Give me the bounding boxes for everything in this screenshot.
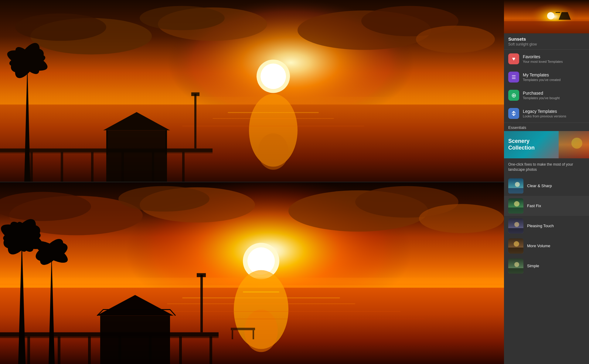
simple-name: Simple xyxy=(527,264,539,268)
svg-rect-28 xyxy=(61,152,63,182)
essentials-label: Essentials xyxy=(504,123,589,131)
svg-rect-92 xyxy=(508,228,523,234)
template-item-clear-sharp[interactable]: Clear & Sharp xyxy=(504,176,589,196)
svg-rect-69 xyxy=(88,337,91,364)
svg-rect-16 xyxy=(213,118,334,119)
legacy-title: Legacy Templates xyxy=(523,109,566,114)
svg-point-90 xyxy=(514,201,519,207)
sidebar-item-purchased[interactable]: ⊕ Purchased Templates you've bought xyxy=(504,86,589,104)
svg-rect-65 xyxy=(0,332,219,337)
svg-point-81 xyxy=(547,12,554,19)
purchased-subtitle: Templates you've bought xyxy=(523,96,560,100)
template-item-more-volume[interactable]: More Volume xyxy=(504,236,589,256)
scenery-description: One-click fixes to make the most of your… xyxy=(504,158,589,176)
favorites-subtitle: Your most loved Templates xyxy=(523,60,563,63)
fast-fix-name: Fast Fix xyxy=(527,204,541,208)
svg-point-7 xyxy=(140,6,225,30)
svg-point-99 xyxy=(514,262,519,267)
template-item-fast-fix[interactable]: Fast Fix xyxy=(504,196,589,216)
my-templates-title: My Templates xyxy=(523,72,560,77)
svg-rect-98 xyxy=(508,268,523,274)
svg-rect-70 xyxy=(118,337,121,364)
svg-rect-67 xyxy=(27,337,30,364)
collection-title: Sunsets xyxy=(508,36,585,42)
svg-rect-30 xyxy=(121,152,124,182)
svg-rect-73 xyxy=(209,337,212,364)
simple-thumb xyxy=(508,258,523,274)
svg-rect-29 xyxy=(91,152,94,182)
fast-fix-thumb xyxy=(508,198,523,214)
pleasing-touch-name: Pleasing Touch xyxy=(527,224,554,228)
legacy-icon xyxy=(508,108,519,119)
scenery-collection: SceneryCollection xyxy=(504,131,589,158)
my-templates-subtitle: Templates you've created xyxy=(523,78,560,82)
sunsets-title-section: Sunsets Soft sunlight glow xyxy=(504,33,589,49)
svg-point-14 xyxy=(258,133,288,170)
svg-point-87 xyxy=(515,182,520,187)
favorites-title: Favorites xyxy=(523,54,563,59)
svg-point-84 xyxy=(571,138,582,149)
svg-rect-75 xyxy=(197,273,206,277)
svg-rect-68 xyxy=(58,337,60,364)
svg-rect-34 xyxy=(191,93,199,96)
top-photo-panel xyxy=(0,0,504,182)
clear-sharp-thumb xyxy=(508,178,523,194)
sidebar-item-my-templates[interactable]: ☰ My Templates Templates you've created xyxy=(504,68,589,86)
svg-rect-66 xyxy=(0,337,219,338)
svg-rect-32 xyxy=(182,152,185,182)
purchased-icon: ⊕ xyxy=(508,90,519,101)
svg-rect-95 xyxy=(508,248,523,254)
svg-rect-82 xyxy=(504,21,589,33)
svg-rect-27 xyxy=(30,152,33,182)
scenery-title: SceneryCollection xyxy=(508,138,535,151)
svg-rect-25 xyxy=(0,149,213,152)
sidebar: Sunsets Soft sunlight glow ♥ Favorites Y… xyxy=(504,0,589,364)
sidebar-item-favorites[interactable]: ♥ Favorites Your most loved Templates xyxy=(504,50,589,68)
svg-rect-86 xyxy=(508,188,523,194)
legacy-subtitle: Looks from previous versions xyxy=(523,114,566,118)
template-item-simple[interactable]: Simple xyxy=(504,256,589,276)
svg-rect-74 xyxy=(200,275,203,332)
svg-point-3 xyxy=(260,64,286,89)
svg-point-42 xyxy=(118,186,209,212)
svg-rect-15 xyxy=(228,112,319,113)
svg-point-96 xyxy=(514,241,519,247)
svg-point-10 xyxy=(416,26,495,53)
svg-rect-77 xyxy=(232,330,233,339)
svg-rect-76 xyxy=(231,328,255,330)
svg-point-50 xyxy=(244,310,278,352)
my-templates-icon: ☰ xyxy=(508,72,519,83)
pleasing-touch-thumb xyxy=(508,218,523,234)
sidebar-thumbnail xyxy=(504,0,589,33)
svg-point-45 xyxy=(419,204,504,233)
main-content xyxy=(0,0,504,364)
clear-sharp-name: Clear & Sharp xyxy=(527,184,552,188)
svg-rect-89 xyxy=(508,207,523,214)
template-item-pleasing-touch[interactable]: Pleasing Touch xyxy=(504,216,589,236)
svg-rect-72 xyxy=(179,337,182,364)
svg-rect-17 xyxy=(182,126,364,126)
svg-rect-33 xyxy=(194,94,196,149)
scenery-banner[interactable]: SceneryCollection xyxy=(504,131,589,158)
svg-rect-31 xyxy=(152,152,154,182)
more-volume-thumb xyxy=(508,238,523,254)
sidebar-item-legacy[interactable]: Legacy Templates Looks from previous ver… xyxy=(504,104,589,123)
favorites-icon: ♥ xyxy=(508,53,519,64)
svg-point-5 xyxy=(15,14,106,41)
more-volume-name: More Volume xyxy=(527,244,550,248)
svg-rect-52 xyxy=(182,298,340,298)
svg-rect-53 xyxy=(167,304,355,304)
collection-subtitle: Soft sunlight glow xyxy=(508,42,585,46)
svg-rect-78 xyxy=(253,330,254,339)
svg-rect-51 xyxy=(243,292,279,293)
bottom-photo-panel xyxy=(0,182,504,364)
svg-point-93 xyxy=(514,222,519,227)
svg-rect-71 xyxy=(149,337,152,364)
purchased-title: Purchased xyxy=(523,91,560,96)
